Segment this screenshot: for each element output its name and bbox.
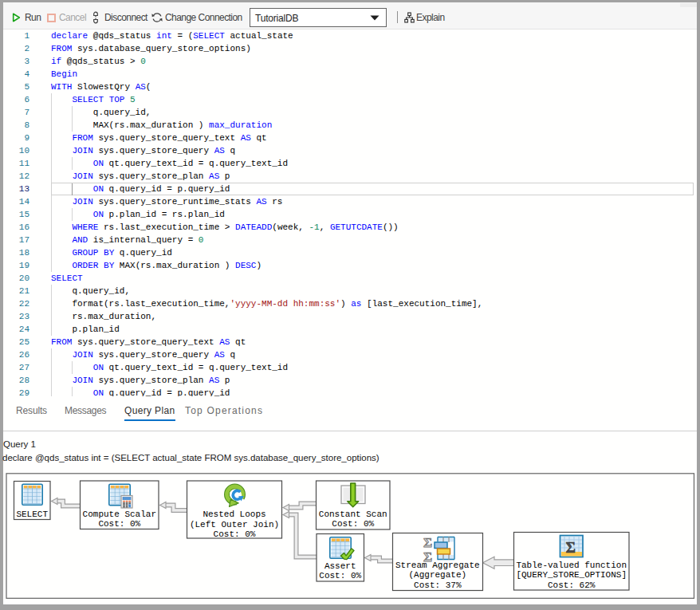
svg-text:Σ: Σ (566, 539, 576, 556)
svg-text:SELECT: SELECT (16, 510, 48, 519)
svg-text:Cost: 0%: Cost: 0% (98, 519, 140, 529)
svg-text:Compute Scalar: Compute Scalar (83, 510, 156, 519)
svg-text:[QUERY_STORE_OPTIONS]: [QUERY_STORE_OPTIONS] (516, 570, 627, 580)
svg-text:Cost: 0%: Cost: 0% (214, 529, 256, 539)
svg-text:Cost: 62%: Cost: 62% (548, 580, 596, 590)
svg-text:Cost: 37%: Cost: 37% (414, 580, 462, 590)
svg-text:Assert: Assert (324, 561, 356, 571)
svg-text:Cost: 0%: Cost: 0% (332, 519, 374, 529)
svg-text:Constant Scan: Constant Scan (319, 510, 387, 519)
svg-text:(Left Outer Join): (Left Outer Join) (190, 520, 279, 529)
svg-text:Σ: Σ (423, 535, 432, 550)
svg-text:Nested Loops: Nested Loops (203, 510, 265, 519)
svg-text:Cost: 0%: Cost: 0% (319, 571, 361, 580)
svg-text:Stream Aggregate: Stream Aggregate (395, 561, 480, 570)
svg-text:Table-valued function: Table-valued function (516, 561, 627, 570)
svg-text:(Aggregate): (Aggregate) (408, 570, 466, 580)
